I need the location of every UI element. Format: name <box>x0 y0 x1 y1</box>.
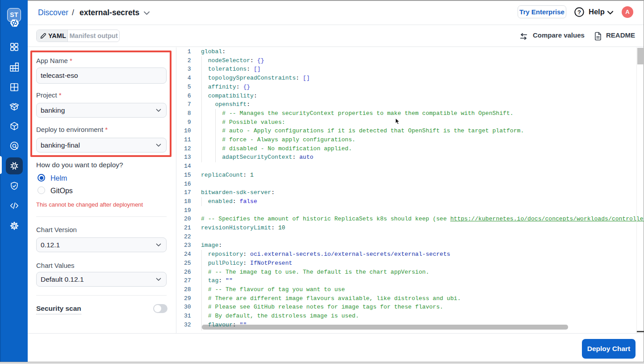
svg-text:?: ? <box>577 9 581 16</box>
